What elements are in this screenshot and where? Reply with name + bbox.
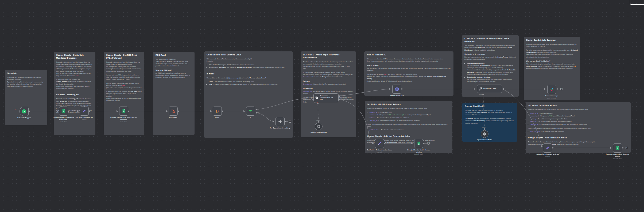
connection-wire [503, 90, 542, 148]
node-title: Jina AI - Read URL [389, 94, 404, 96]
issues-indicator: * [15, 108, 16, 111]
node-subtitle: append: sheet [405, 153, 433, 155]
slack-send-caption: Send a messagepost: message [538, 95, 566, 99]
openai-icon [483, 132, 487, 136]
jina-read-url-caption: Jina AI - Read URL [383, 94, 411, 97]
node-title: Set fields – Not relevant articles [367, 149, 392, 151]
sheets-icon [122, 109, 126, 113]
add-node-button[interactable]: + [560, 88, 563, 90]
filter-icon [249, 109, 253, 113]
node-title: Send a message [545, 95, 558, 97]
rss-read-caption: RSS Read [159, 116, 187, 119]
basic-llm-chain-label: Basic LLM Chain [483, 88, 496, 90]
node-title: RSS Read [169, 116, 177, 118]
port-label: Model* [314, 102, 318, 104]
node-set-field-existing-url[interactable] [80, 107, 89, 116]
set-fields-relevant-caption: Set Fields - Relevant Articlesmanual [534, 153, 561, 157]
node-subtitle: read: sheet [50, 121, 77, 123]
schedule-trigger-caption: Schedule Trigger [10, 117, 38, 119]
node-gs-add-not-relevant[interactable] [414, 139, 423, 148]
clock-icon [22, 109, 26, 114]
openai-chat-model-caption: OpenAI Chat Model [471, 139, 499, 141]
if-caption: If [237, 116, 265, 119]
node-subtitle: manual [70, 119, 98, 121]
openai-icon [317, 124, 321, 128]
node-set-fields-not-relevant[interactable] [375, 139, 384, 148]
node-jina-read-url[interactable] [392, 85, 401, 94]
port-label: relevant [340, 95, 344, 96]
add-node-button[interactable]: + [289, 120, 291, 123]
pencil-icon [82, 109, 86, 113]
add-node-button[interactable]: + [626, 147, 628, 149]
selection-box [630, 0, 644, 5]
braces-icon: {} [215, 110, 219, 113]
connection-wire [340, 99, 374, 143]
port-label: true [257, 108, 259, 110]
node-rss-read[interactable] [169, 107, 178, 116]
node-basic-llm-chain[interactable]: Basic LLM Chain [477, 85, 502, 93]
node-subtitle: manual [366, 151, 393, 153]
node-gs-add-relevant[interactable] [613, 143, 622, 153]
node-gs-get-rss[interactable] [119, 107, 128, 116]
node-title: Google Sheets - Get RSS Feed url followe… [110, 116, 137, 120]
model-connection-wire [318, 104, 319, 122]
node-noop[interactable] [276, 117, 285, 126]
add-node-button[interactable]: + [427, 142, 430, 145]
node-title: Google Sheets - Add relevant articles [407, 149, 430, 153]
node-if[interactable] [246, 107, 255, 116]
node-subtitle: post: message [538, 97, 566, 99]
node-subtitle: manual [534, 156, 561, 158]
node-openai-chat-model1[interactable] [315, 123, 323, 130]
node-slack-send[interactable] [547, 85, 556, 94]
node-title: Schedule Trigger [17, 117, 31, 119]
pencil-icon [377, 141, 382, 146]
node-subtitle: append: sheet [604, 158, 631, 160]
sheets-icon [417, 141, 421, 146]
model-connection-wire [483, 94, 484, 129]
globe-icon [395, 87, 399, 92]
node-openai-chat-model[interactable] [481, 130, 488, 138]
node-title: If [250, 116, 251, 118]
arrow-icon [278, 119, 282, 124]
sheets-icon [61, 109, 66, 113]
set-field-existing-url-caption: Set field - existing_urlmanual [70, 116, 98, 120]
node-title: Code [215, 116, 219, 118]
node-title: No Operation, do nothing [270, 127, 290, 129]
port-label: Model* [479, 94, 483, 95]
pencil-icon [545, 146, 550, 150]
noop-caption: No Operation, do nothing [266, 127, 294, 129]
workflow-canvas[interactable]: SchedulerThis trigger is a scheduler tha… [0, 0, 644, 212]
tag-icon [315, 96, 319, 100]
node-title: Set Fields - Relevant Articles [536, 153, 559, 155]
node-title: OpenAI Chat Model [477, 139, 492, 141]
node-set-fields-relevant[interactable] [543, 143, 552, 153]
sheets-icon [615, 146, 620, 150]
connection-wire [256, 98, 312, 109]
node-code[interactable]: {} [213, 107, 222, 116]
slack-icon [550, 88, 554, 92]
node-title: OpenAI Chat Model1 [311, 131, 327, 133]
node-title: Google Sheets - Add relevant article [606, 153, 629, 157]
port-label: Model [316, 120, 320, 121]
chain-icon [479, 87, 482, 91]
node-title: Set field - existing_url [76, 116, 93, 118]
node-relevance-classifier[interactable]: RelevanceClassification for Top... [313, 93, 339, 102]
openai-chat-model1-caption: OpenAI Chat Model1 [305, 131, 333, 133]
node-subtitle: read: sheet [110, 121, 138, 123]
port-label: Model [482, 127, 486, 128]
code-caption: Code [203, 116, 231, 119]
gs-add-relevant-caption: Google Sheets - Add relevant articleappe… [604, 153, 631, 160]
connections-layer [0, 0, 644, 212]
gs-add-not-relevant-caption: Google Sheets - Add relevant articlesapp… [405, 149, 433, 155]
rss-icon [171, 109, 175, 113]
relevance-classifier-label: RelevanceClassification for Top... [320, 95, 337, 101]
port-label: false [257, 112, 259, 113]
port-label: not_relevant [340, 98, 347, 100]
node-gs-get-article[interactable] [59, 107, 68, 116]
set-fields-not-relevant-caption: Set fields – Not relevant articlesmanual [366, 149, 393, 153]
node-schedule-trigger[interactable] [20, 107, 29, 116]
gs-get-rss-caption: Google Sheets - Get RSS Feed url followe… [110, 116, 138, 123]
